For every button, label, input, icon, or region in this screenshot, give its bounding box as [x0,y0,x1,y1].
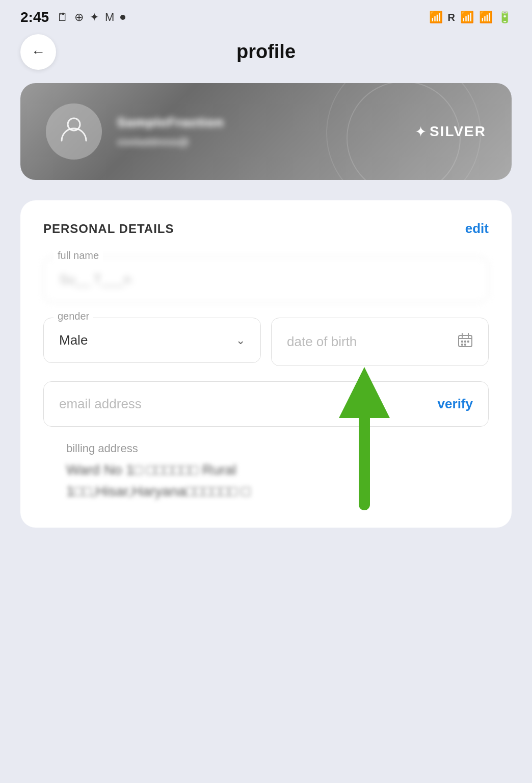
email-placeholder: email address [59,396,142,412]
silver-badge: ✦ SILVER [415,123,486,140]
svg-rect-9 [464,344,466,346]
notification-dot [120,15,125,20]
whatsapp-icon: ⊕ [74,11,84,24]
back-button[interactable]: ← [20,34,56,70]
svg-rect-7 [467,341,469,343]
full-name-label: full name [54,250,103,262]
status-time: 2:45 [20,9,49,25]
personal-details-card: PERSONAL DETAILS edit full name gender M… [20,200,512,528]
battery-icon: 🔋 [498,11,512,24]
status-icons-left: 🗒 ⊕ ✦ M [57,11,125,24]
email-field[interactable]: email address verify [43,381,489,427]
page-title: profile [236,41,296,63]
carrier-r-icon: R [448,12,455,23]
status-left: 2:45 🗒 ⊕ ✦ M [20,9,125,25]
dob-field[interactable]: date of birth [271,318,489,366]
svg-rect-5 [461,341,463,343]
full-name-field: full name [43,257,489,302]
avatar [46,103,102,160]
gender-value: Male [59,332,88,348]
profile-email: cooladdress@ [117,136,224,149]
gender-select[interactable]: Male ⌄ [43,318,261,363]
billing-address: Ward No 1□ □□□□□□ Rural 1□□,Hisar,Haryan… [66,459,466,502]
gender-label: gender [54,310,93,322]
status-icons-right: 📶 R 📶 📶 🔋 [429,11,512,24]
full-name-input[interactable] [43,257,489,302]
calendar-icon [458,332,473,351]
personal-details-title: PERSONAL DETAILS [43,222,174,236]
dob-input-wrapper[interactable]: date of birth [271,318,489,366]
gmail-icon: M [105,11,114,24]
back-arrow-icon: ← [31,44,45,60]
signal-icon2: 📶 [479,11,493,24]
verify-button[interactable]: verify [438,396,473,412]
silver-star-icon: ✦ [415,123,427,140]
svg-rect-6 [464,341,466,343]
header: ← profile [0,31,532,73]
billing-label: billing address [66,442,466,455]
billing-line1: Ward No 1□ □□□□□□ Rural [66,459,466,481]
profile-card: SampleFraction cooladdress@ ✦ SILVER [20,83,512,180]
details-header: PERSONAL DETAILS edit [43,221,489,237]
tier-label: SILVER [430,123,486,140]
chevron-down-icon: ⌄ [236,334,245,347]
status-bar: 2:45 🗒 ⊕ ✦ M 📶 R 📶 📶 🔋 [0,0,532,31]
profile-left: SampleFraction cooladdress@ [46,103,224,160]
billing-line2: 1□□,Hisar,Haryana□□□□□□ □ [66,481,466,502]
clipboard-icon: 🗒 [57,11,68,24]
billing-section: billing address Ward No 1□ □□□□□□ Rural … [43,442,489,502]
profile-name: SampleFraction [117,115,224,130]
dob-placeholder: date of birth [287,334,357,350]
person-icon [59,113,89,150]
wifi-icon: 📶 [429,11,443,24]
gender-field: gender Male ⌄ [43,318,261,366]
profile-info: SampleFraction cooladdress@ [117,115,224,149]
svg-rect-8 [461,344,463,346]
signal-icon1: 📶 [460,11,474,24]
edit-button[interactable]: edit [465,221,489,237]
twitter-icon: ✦ [90,11,99,24]
gender-dob-row: gender Male ⌄ date of birth [43,318,489,366]
